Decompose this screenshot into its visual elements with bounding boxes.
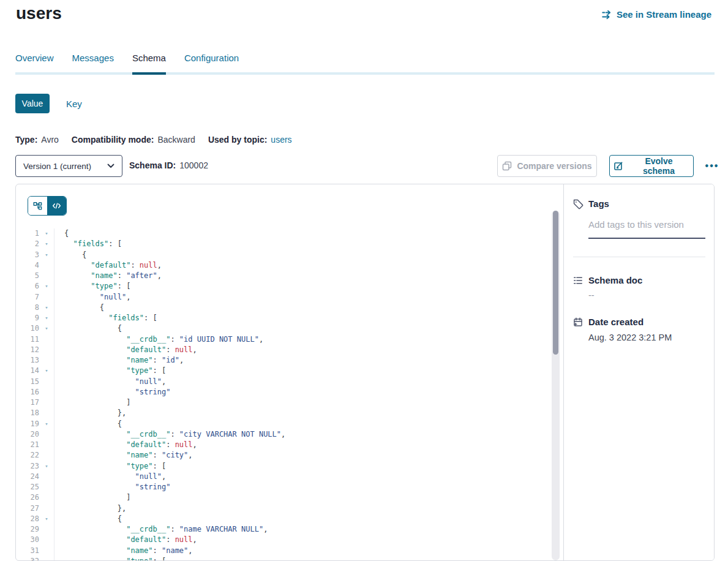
- code-content: 1▾{2▾ "fields": [3▾ {4 "default": null,5…: [16, 228, 555, 561]
- fold-spacer: [39, 408, 54, 418]
- code-line: 6▾ "type": [: [16, 281, 555, 292]
- fold-arrow-icon[interactable]: ▾: [39, 514, 54, 524]
- tab-configuration[interactable]: Configuration: [184, 53, 239, 75]
- line-number: 29: [16, 524, 39, 535]
- code-view-button[interactable]: [48, 197, 67, 215]
- code-text: "fields": [: [54, 239, 122, 249]
- fold-spacer: [39, 260, 54, 271]
- tab-overview[interactable]: Overview: [15, 53, 54, 75]
- code-text: "name": "name",: [54, 546, 193, 556]
- fold-arrow-icon[interactable]: ▾: [39, 366, 54, 376]
- code-line: 21 "default": null,: [16, 440, 555, 450]
- evolve-schema-label: Evolve schema: [628, 156, 689, 176]
- fold-arrow-icon[interactable]: ▾: [39, 313, 54, 323]
- code-line: 26 ]: [16, 492, 555, 503]
- line-number: 8: [16, 303, 39, 313]
- meta-item: Type:Avro: [15, 135, 59, 145]
- code-line: 18 },: [16, 408, 555, 418]
- line-number: 19: [16, 419, 39, 429]
- tab-messages[interactable]: Messages: [72, 53, 114, 75]
- line-number: 14: [16, 366, 39, 376]
- fold-spacer: [39, 377, 54, 387]
- code-text: },: [54, 408, 126, 418]
- code-text: "default": null,: [54, 535, 197, 545]
- evolve-schema-button[interactable]: Evolve schema: [609, 155, 694, 177]
- code-text: {: [54, 303, 104, 313]
- fold-arrow-icon[interactable]: ▾: [39, 250, 54, 260]
- tags-input-underline: [588, 238, 705, 239]
- fold-arrow-icon[interactable]: ▾: [39, 419, 54, 429]
- line-number: 30: [16, 535, 39, 545]
- tags-input[interactable]: Add tags to this version: [588, 219, 684, 230]
- version-select[interactable]: Version 1 (current): [15, 155, 122, 177]
- date-created-value: Aug. 3 2022 3:21 PM: [588, 333, 672, 342]
- code-text: "__crdb__": "name VARCHAR NULL",: [54, 524, 268, 535]
- code-text: "null",: [54, 377, 166, 387]
- value-toggle-button[interactable]: Value: [15, 94, 50, 113]
- line-number: 26: [16, 492, 39, 503]
- fold-arrow-icon[interactable]: ▾: [39, 239, 54, 249]
- code-text: "name": "after",: [54, 271, 162, 281]
- code-view-icon: [52, 201, 61, 211]
- code-text: "null",: [54, 472, 166, 482]
- editor-scrollbar[interactable]: [552, 211, 560, 560]
- schema-page: users See in Stream lineage OverviewMess…: [0, 0, 728, 561]
- code-line: 25 "string": [16, 482, 555, 492]
- code-text: "fields": [: [54, 313, 157, 323]
- tag-icon: [573, 199, 584, 209]
- tree-view-button[interactable]: [28, 197, 48, 215]
- code-line: 31 "name": "name",: [16, 546, 555, 556]
- code-line: 2▾ "fields": [: [16, 239, 555, 249]
- line-number: 22: [16, 450, 39, 461]
- fold-spacer: [39, 387, 54, 397]
- scrollbar-thumb[interactable]: [553, 211, 558, 355]
- code-line: 1▾{: [16, 228, 555, 239]
- fold-arrow-icon[interactable]: ▾: [39, 556, 54, 561]
- code-line: 29 "__crdb__": "name VARCHAR NULL",: [16, 524, 555, 535]
- key-toggle-button[interactable]: Key: [62, 98, 86, 110]
- tab-schema[interactable]: Schema: [132, 53, 166, 75]
- page-title: users: [16, 4, 62, 23]
- code-line: 16 "string": [16, 387, 555, 397]
- fold-spacer: [39, 546, 54, 556]
- code-text: "string": [54, 482, 170, 492]
- meta-item: Used by topic:users: [208, 135, 292, 145]
- fold-spacer: [39, 503, 54, 514]
- line-number: 11: [16, 334, 39, 345]
- line-number: 13: [16, 355, 39, 366]
- more-options-button[interactable]: •••: [699, 155, 725, 177]
- fold-arrow-icon[interactable]: ▾: [39, 323, 54, 334]
- code-line: 15 "null",: [16, 377, 555, 387]
- code-line: 13 "name": "id",: [16, 355, 555, 366]
- code-line: 10▾ {: [16, 323, 555, 334]
- code-text: "__crdb__": "id UUID NOT NULL",: [54, 334, 263, 345]
- line-number: 20: [16, 429, 39, 440]
- code-line: 8▾ {: [16, 303, 555, 313]
- line-number: 32: [16, 556, 39, 561]
- fold-spacer: [39, 271, 54, 281]
- fold-arrow-icon[interactable]: ▾: [39, 461, 54, 472]
- line-number: 28: [16, 514, 39, 524]
- fold-spacer: [39, 524, 54, 535]
- code-text: "type": [: [54, 461, 166, 472]
- fold-spacer: [39, 472, 54, 482]
- compare-versions-button[interactable]: Compare versions: [497, 155, 597, 177]
- line-number: 4: [16, 260, 39, 271]
- fold-arrow-icon[interactable]: ▾: [39, 228, 54, 239]
- stream-lineage-link[interactable]: See in Stream lineage: [598, 9, 715, 20]
- compare-versions-label: Compare versions: [517, 161, 591, 171]
- topic-link[interactable]: users: [271, 135, 291, 145]
- fold-arrow-icon[interactable]: ▾: [39, 281, 54, 292]
- line-number: 2: [16, 239, 39, 249]
- meta-label: Used by topic:: [208, 135, 267, 145]
- code-text: {: [54, 250, 86, 260]
- code-text: ]: [54, 492, 130, 503]
- code-text: "type": [: [54, 366, 166, 376]
- code-text: },: [54, 503, 126, 514]
- schema-id-value: 100002: [179, 160, 208, 170]
- code-text: "default": null,: [54, 260, 162, 271]
- schema-doc-heading: Schema doc: [588, 275, 642, 285]
- tree-view-icon: [33, 201, 42, 211]
- code-line: 27 },: [16, 503, 555, 514]
- fold-arrow-icon[interactable]: ▾: [39, 303, 54, 313]
